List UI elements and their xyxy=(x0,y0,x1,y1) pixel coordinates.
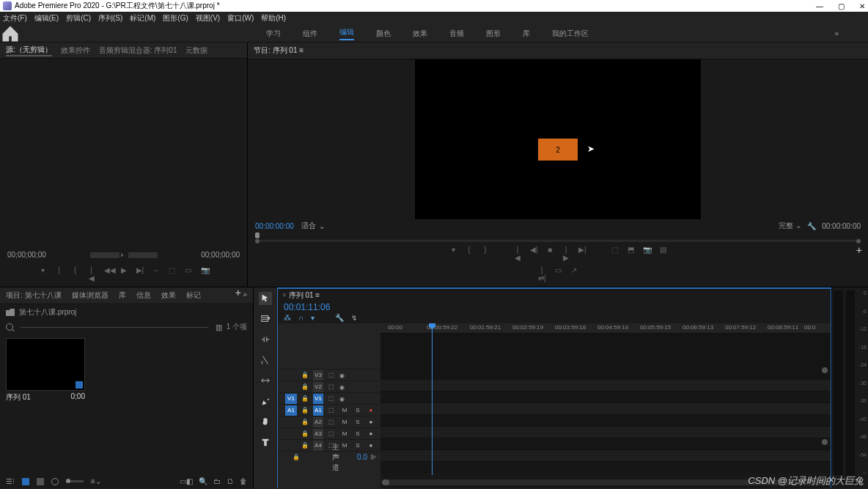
menu-file[interactable]: 文件(F) xyxy=(3,13,27,23)
tab-effects[interactable]: 效果 xyxy=(161,290,176,301)
sort-icon[interactable]: ≡⌄ xyxy=(91,477,101,485)
minimize-button[interactable]: — xyxy=(816,2,823,10)
zoom-knob-icon[interactable] xyxy=(51,478,59,485)
export-icon[interactable]: ↗ xyxy=(570,266,578,282)
mark-out-icon[interactable]: | xyxy=(56,266,63,282)
freeform-view-icon[interactable] xyxy=(37,478,44,485)
menu-sequence[interactable]: 序列(S) xyxy=(98,13,122,23)
zoom-fit-dropdown[interactable]: 适合 ⌄ xyxy=(301,221,325,231)
step-fwd-icon[interactable]: → xyxy=(152,266,160,282)
play-stop-icon[interactable]: ■ xyxy=(546,246,553,262)
timeline-sequence-tab[interactable]: 序列 01 ≡ xyxy=(289,291,320,299)
menu-clip[interactable]: 剪辑(C) xyxy=(66,13,91,23)
track-header-v3[interactable]: 🔒V3⬚ xyxy=(278,369,380,380)
ws-audio[interactable]: 音频 xyxy=(449,29,464,39)
track-header-a3[interactable]: 🔒A3⬚MS● xyxy=(278,427,380,439)
play-icon[interactable]: ▶ xyxy=(120,266,128,282)
ws-editing[interactable]: 编辑 xyxy=(339,27,354,40)
search-icon[interactable] xyxy=(6,323,13,331)
slip-tool[interactable] xyxy=(259,374,272,387)
extract-icon[interactable]: ⬒ xyxy=(627,246,634,262)
add-marker-icon[interactable]: ▾ xyxy=(449,246,457,262)
step-fwd-icon[interactable]: |▶ xyxy=(562,246,570,262)
export-frame-icon[interactable]: 📷 xyxy=(643,246,650,262)
go-out-icon[interactable]: ▶| xyxy=(578,246,586,262)
settings-icon[interactable]: 🔧 xyxy=(335,314,344,322)
track-header-v1[interactable]: V1🔒V1⬚ xyxy=(278,392,380,404)
marker-icon[interactable]: ▾ xyxy=(311,314,315,322)
tab-metadata[interactable]: 元数据 xyxy=(185,45,207,56)
track-select-tool[interactable] xyxy=(259,312,272,326)
panel-overflow-icon[interactable]: » xyxy=(243,290,247,301)
zoom-slider[interactable] xyxy=(66,480,84,482)
ws-effects[interactable]: 效果 xyxy=(413,29,427,39)
snap-icon[interactable]: ⁂ xyxy=(284,314,291,322)
go-in-icon[interactable]: |◀ xyxy=(514,246,521,262)
sequence-thumbnail[interactable] xyxy=(6,338,85,391)
project-breadcrumb[interactable]: 第七十八课.prproj xyxy=(19,307,76,317)
go-in-icon[interactable]: { xyxy=(72,266,79,282)
pen-tool[interactable] xyxy=(259,394,272,408)
tab-program[interactable]: 节目: 序列 01 ≡ xyxy=(254,46,304,54)
folder-icon[interactable] xyxy=(6,309,15,316)
selection-tool[interactable] xyxy=(259,292,272,305)
link-icon[interactable]: ∩ xyxy=(298,314,304,322)
tab-effect-controls[interactable]: 效果控件 xyxy=(61,45,90,56)
mark-in-icon[interactable]: ▾ xyxy=(40,266,47,282)
program-scrubber[interactable] xyxy=(248,232,868,241)
ws-color[interactable]: 颜色 xyxy=(376,29,391,39)
search-input[interactable] xyxy=(21,327,208,328)
track-header-master[interactable]: 🔒主声道0.0⫸ xyxy=(278,451,380,463)
menu-graphics[interactable]: 图形(G) xyxy=(163,13,188,23)
tab-audio-mixer[interactable]: 音频剪辑混合器: 序列01 xyxy=(99,45,177,56)
compare-icon[interactable]: ▤ xyxy=(659,246,666,262)
ws-mine[interactable]: 我的工作区 xyxy=(552,29,589,39)
program-add-button[interactable]: + xyxy=(856,244,862,256)
icon-view-icon[interactable] xyxy=(22,478,29,485)
track-header-a1[interactable]: A1🔒A1⬚MS● xyxy=(278,404,380,416)
export-frame-icon[interactable]: 📷 xyxy=(201,266,208,282)
time-ruler[interactable]: 00:00 00:00:59:22 00:01:59:21 00:02:59:1… xyxy=(380,323,831,334)
tab-project[interactable]: 项目: 第七十八课 xyxy=(6,290,62,301)
ripple-edit-tool[interactable] xyxy=(259,333,272,346)
rewind-icon[interactable]: ◀◀ xyxy=(104,266,111,282)
track-header-a2[interactable]: 🔒A2⬚MS● xyxy=(278,416,380,427)
mark-out-icon[interactable]: } xyxy=(482,246,489,262)
find-icon[interactable]: 🔍 xyxy=(199,477,207,485)
new-bin-icon[interactable]: 🗀 xyxy=(213,477,221,485)
wrench-icon[interactable]: ↯ xyxy=(351,314,357,322)
type-tool[interactable] xyxy=(259,435,272,449)
step-back-icon[interactable]: |◀ xyxy=(88,266,95,282)
razor-tool[interactable] xyxy=(259,353,272,367)
overwrite-icon[interactable]: ▭ xyxy=(185,266,192,282)
track-header-v2[interactable]: 🔒V2⬚ xyxy=(278,380,380,392)
menu-window[interactable]: 窗口(W) xyxy=(227,13,254,23)
quality-dropdown[interactable]: 完整 ⌄ xyxy=(779,221,801,231)
trash-icon[interactable]: 🗑 xyxy=(240,477,247,485)
ws-assembly[interactable]: 组件 xyxy=(303,29,317,39)
insert-icon[interactable]: ⬚ xyxy=(169,266,176,282)
menu-edit[interactable]: 编辑(E) xyxy=(34,13,59,23)
tab-libraries[interactable]: 库 xyxy=(119,290,126,301)
ws-overflow[interactable]: » xyxy=(834,29,839,37)
thumbnail-label[interactable]: 序列 01 xyxy=(6,392,31,402)
program-monitor[interactable]: 2 ➤ xyxy=(415,59,701,219)
menu-help[interactable]: 帮助(H) xyxy=(261,13,286,23)
tab-source[interactable]: 源:（无剪辑） xyxy=(6,45,52,56)
hand-tool[interactable] xyxy=(259,415,272,428)
tab-info[interactable]: 信息 xyxy=(136,290,151,301)
settings-wrench-icon[interactable]: 🔧 xyxy=(807,222,816,230)
close-button[interactable]: ✕ xyxy=(859,2,865,10)
safe-margins-icon[interactable]: |⇄| xyxy=(538,266,545,282)
playhead[interactable] xyxy=(432,323,433,475)
new-item-icon[interactable]: 🗋 xyxy=(227,477,234,485)
lift-icon[interactable]: ⬚ xyxy=(611,246,618,262)
tab-markers[interactable]: 标记 xyxy=(186,290,201,301)
ws-libraries[interactable]: 库 xyxy=(523,29,530,39)
ws-learn[interactable]: 学习 xyxy=(266,29,281,39)
auto-seq-icon[interactable]: ▭◧ xyxy=(180,477,193,485)
maximize-button[interactable]: ▢ xyxy=(838,2,845,10)
ffwd-icon[interactable]: ▶| xyxy=(136,266,144,282)
title-graphic[interactable]: 2 xyxy=(538,139,578,161)
tab-media-browser[interactable]: 媒体浏览器 xyxy=(72,290,108,301)
